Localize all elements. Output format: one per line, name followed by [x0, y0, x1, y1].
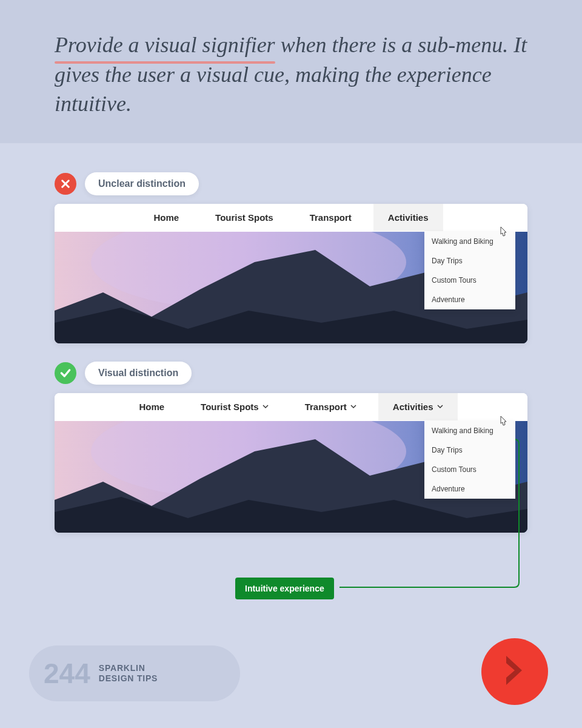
nav-item-home[interactable]: Home [139, 204, 193, 231]
dropdown-item[interactable]: Day Trips [424, 251, 515, 271]
nav-item-tourist-spots[interactable]: Tourist Spots [201, 204, 288, 231]
footer-pill: 244 SPARKLIN DESIGN TIPS [29, 645, 240, 701]
tip-series-label: SPARKLIN DESIGN TIPS [99, 663, 158, 684]
nav-item-tourist-spots[interactable]: Tourist Spots [186, 393, 283, 420]
dropdown-item[interactable]: Adventure [424, 290, 515, 309]
dropdown-item[interactable]: Adventure [424, 479, 515, 499]
chevron-down-icon [437, 403, 443, 410]
bad-mockup: Home Tourist Spots Transport Activities … [55, 204, 527, 343]
chevron-down-icon [263, 403, 269, 410]
good-navbar: Home Tourist Spots Transport Activities [55, 393, 527, 420]
nav-item-home[interactable]: Home [124, 393, 179, 420]
nav-item-activities[interactable]: Activities [373, 204, 443, 231]
bad-label-row: Unclear distinction [55, 172, 527, 195]
bad-label-pill: Unclear distinction [85, 172, 199, 195]
dropdown-item[interactable]: Custom Tours [424, 460, 515, 479]
good-mockup: Home Tourist Spots Transport Activities … [55, 393, 527, 533]
good-label-row: Visual distinction [55, 362, 527, 385]
dropdown-item[interactable]: Custom Tours [424, 271, 515, 290]
chevron-right-icon [504, 655, 526, 689]
check-icon [55, 362, 76, 384]
headline: Provide a visual signifier when there is… [55, 30, 527, 119]
pointer-cursor-icon [497, 226, 509, 240]
header-band: Provide a visual signifier when there is… [0, 0, 582, 143]
bad-navbar: Home Tourist Spots Transport Activities [55, 204, 527, 231]
nav-item-activities[interactable]: Activities [378, 393, 458, 420]
chevron-down-icon [350, 403, 356, 410]
next-button[interactable] [481, 638, 548, 705]
nav-item-transport[interactable]: Transport [295, 204, 366, 231]
headline-emphasis: Provide a visual signifier [55, 30, 275, 60]
good-label-pill: Visual distinction [85, 362, 192, 385]
pointer-cursor-icon [497, 415, 509, 430]
bad-dropdown: Walking and Biking Day Trips Custom Tour… [424, 232, 515, 309]
cross-icon [55, 173, 76, 195]
callout-intuitive-experience: Intuitive experience [235, 578, 334, 599]
good-dropdown: Walking and Biking Day Trips Custom Tour… [424, 421, 515, 499]
dropdown-item[interactable]: Day Trips [424, 440, 515, 460]
tip-number: 244 [44, 657, 90, 690]
nav-item-transport[interactable]: Transport [290, 393, 371, 420]
